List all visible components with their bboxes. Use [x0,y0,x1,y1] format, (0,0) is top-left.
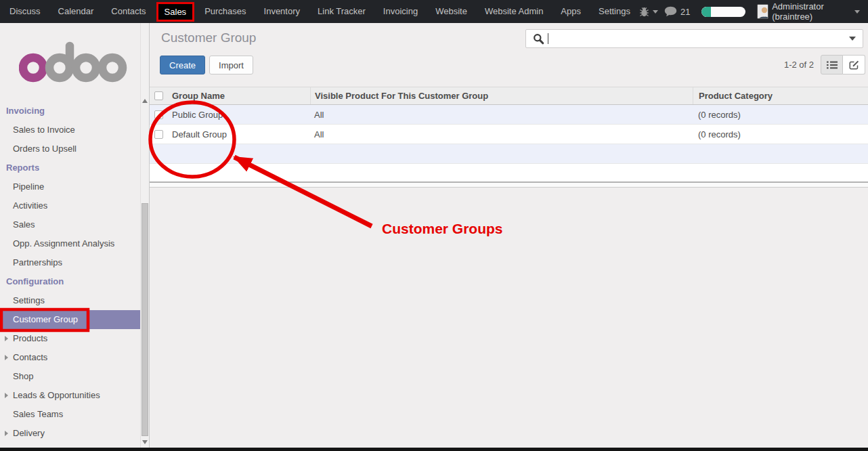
sidebar-item-label: Leads & Opportunities [13,390,100,400]
expand-caret-icon [5,336,8,341]
user-label: Administrator (braintree) [772,1,851,22]
column-header-visible-product[interactable]: Visible Product For This Customer Group [310,87,693,104]
sidebar-item-label: Contacts [13,352,47,362]
sidebar-section-invoicing: Invoicing [0,102,140,121]
bottom-edge-strip [0,448,868,451]
main-content: Customer Group Create Import 1-2 of 2 [149,23,868,451]
top-menu-contacts[interactable]: Contacts [102,0,154,23]
messages-icon [664,6,677,17]
cell-group-name: Default Group [167,129,310,139]
search-icon [533,33,544,45]
sidebar-item-settings[interactable]: Settings [0,291,140,310]
customer-group-table: Group Name Visible Product For This Cust… [150,87,868,188]
sidebar-menu: Invoicing Sales to Invoice Orders to Ups… [0,102,140,443]
sidebar-item-pipeline[interactable]: Pipeline [0,177,140,196]
top-menu-purchases[interactable]: Purchases [196,0,255,23]
sidebar-item-label: Delivery [13,428,45,438]
view-switcher [821,55,865,74]
select-all-checkbox[interactable] [154,91,163,100]
sidebar-scrollbar [140,23,149,451]
sidebar-item-orders-to-upsell[interactable]: Orders to Upsell [0,139,140,158]
search-dropdown-caret-icon[interactable] [849,37,856,41]
scrollbar-thumb[interactable] [142,203,148,436]
top-menu-sales[interactable]: Sales [156,2,195,22]
sidebar-item-sales[interactable]: Sales [0,215,140,234]
cell-visible-product: All [310,125,693,144]
sidebar-item-delivery[interactable]: Delivery [0,424,140,443]
sidebar-item-leads-opportunities[interactable]: Leads & Opportunities [0,386,140,405]
row-checkbox[interactable] [154,110,163,119]
avatar [757,4,768,19]
search-input[interactable] [551,33,849,45]
column-header-group-name[interactable]: Group Name [167,91,310,101]
form-view-button[interactable] [843,55,865,74]
user-menu[interactable]: Administrator (braintree) [757,1,860,22]
cell-visible-product: All [310,105,693,124]
text-cursor [548,33,548,44]
caret-down-icon [854,10,860,14]
caret-down-icon [653,10,658,14]
top-menu-invoicing[interactable]: Invoicing [374,0,427,23]
sidebar-item-opp-assignment-analysis[interactable]: Opp. Assignment Analysis [0,234,140,253]
column-header-product-category[interactable]: Product Category [693,87,868,104]
list-view-button[interactable] [821,55,843,74]
cell-product-category: (0 records) [693,105,868,124]
pager-text: 1-2 of 2 [784,60,814,70]
sidebar-section-reports: Reports [0,158,140,177]
list-view-icon [827,61,838,69]
expand-caret-icon [5,355,8,360]
pager-area: 1-2 of 2 [784,55,865,74]
top-menu-apps[interactable]: Apps [552,0,590,23]
control-panel: Customer Group Create Import 1-2 of 2 [150,23,868,87]
row-checkbox[interactable] [154,130,163,139]
expand-caret-icon [5,431,8,436]
sidebar-item-sales-teams[interactable]: Sales Teams [0,405,140,424]
sidebar-item-partnerships[interactable]: Partnerships [0,253,140,272]
create-button[interactable]: Create [160,56,205,74]
sidebar-item-contacts[interactable]: Contacts [0,348,140,367]
table-header-row: Group Name Visible Product For This Cust… [150,87,868,105]
top-menu-calendar[interactable]: Calendar [49,0,103,23]
bug-icon [639,6,649,17]
top-menu-link-tracker[interactable]: Link Tracker [309,0,374,23]
top-menu-website-admin[interactable]: Website Admin [476,0,552,23]
sidebar-section-configuration: Configuration [0,272,140,291]
top-menu-settings[interactable]: Settings [590,0,639,23]
cell-group-name: Public Group [167,110,310,120]
table-footer-line [150,187,868,188]
sidebar-item-shop[interactable]: Shop [0,367,140,386]
table-row[interactable]: Public Group All (0 records) [150,105,868,125]
timer-progress-fill [701,7,711,17]
sidebar-item-sales-to-invoice[interactable]: Sales to Invoice [0,121,140,139]
top-menu-inventory[interactable]: Inventory [255,0,309,23]
sidebar-item-customer-group[interactable]: Customer Group [0,310,140,329]
top-navbar: Discuss Calendar Contacts Sales Purchase… [0,0,868,23]
sidebar-item-activities[interactable]: Activities [0,196,140,215]
sidebar-item-label: Products [13,333,47,343]
page-title: Customer Group [161,30,256,45]
table-row[interactable]: Default Group All (0 records) [150,125,868,144]
action-buttons: Create Import [160,56,253,74]
topbar-right-tools: 21 Administrator (braintree) [639,1,868,22]
search-bar[interactable] [525,29,863,48]
timer-progress-pill[interactable] [701,7,745,17]
empty-row [150,144,868,164]
messages-menu[interactable]: 21 [664,6,690,17]
top-menu-website[interactable]: Website [427,0,476,23]
scroll-down-icon[interactable] [142,440,148,444]
expand-caret-icon [5,393,8,398]
odoo-logo[interactable] [19,39,140,85]
scroll-up-icon[interactable] [142,99,148,103]
cell-product-category: (0 records) [693,125,868,144]
form-view-icon [849,60,859,70]
messages-count-badge: 21 [680,7,690,17]
import-button[interactable]: Import [209,56,253,74]
top-menu-list: Discuss Calendar Contacts Sales Purchase… [0,0,639,23]
debug-menu[interactable] [639,6,658,17]
sidebar: Invoicing Sales to Invoice Orders to Ups… [0,23,140,451]
empty-row [150,164,868,181]
sidebar-item-products[interactable]: Products [0,329,140,348]
top-menu-discuss[interactable]: Discuss [1,0,49,23]
